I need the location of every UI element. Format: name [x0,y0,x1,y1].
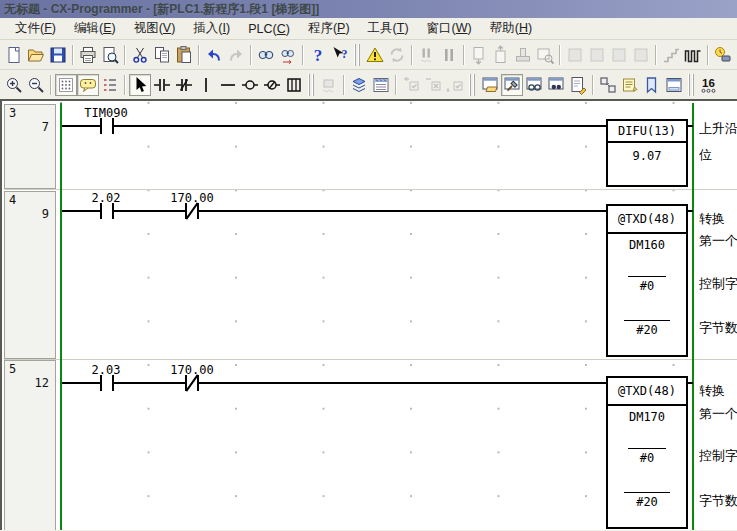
toolbar-grip[interactable] [469,74,476,96]
rung-list-icon[interactable] [99,74,121,96]
menu-i[interactable]: 插入(I) [184,18,239,39]
help-icon[interactable]: ? [307,44,329,66]
select-mode-icon[interactable] [129,74,151,96]
comment-note-icon[interactable] [619,74,641,96]
operand: 9.07 [608,149,686,163]
rung-header[interactable]: 3 7 [4,104,56,189]
print-icon[interactable] [77,44,99,66]
rung-comment-icon[interactable] [77,74,99,96]
grid-toggle-icon[interactable] [55,74,77,96]
toolbar-grip[interactable] [308,74,315,96]
differentiate-icon [318,74,340,96]
toolbar-grip[interactable] [354,44,361,66]
16-bit-display-icon[interactable]: 16 [698,74,720,96]
context-help-icon[interactable]: ? [329,44,351,66]
time-chart-icon[interactable] [682,44,704,66]
replace-icon[interactable] [277,44,299,66]
rung-comment: 转换 [699,383,737,399]
contact-nc[interactable] [185,375,199,391]
paste-icon[interactable] [173,44,195,66]
window-address-icon[interactable] [545,74,567,96]
rung-comment: 控制字 [699,276,737,292]
rung-comment: 字节数 [699,320,737,336]
menu-w[interactable]: 窗口(W) [418,18,481,39]
rung-wire [62,125,606,127]
rung-comment: 第一个 [699,406,737,422]
rung-step: 12 [35,376,49,390]
window-properties-icon[interactable] [567,74,589,96]
cx-programmer-window: 无标题 - CX-Programmer - [新PLC1.新程序1.段1 [梯形… [0,0,737,531]
toolbar-separator [343,75,345,95]
rung-step: 7 [42,120,49,134]
menu-e[interactable]: 编辑(E) [65,18,125,39]
instruction-block[interactable]: @TXD(48) DM170 #0 #20 [606,376,688,529]
new-icon[interactable] [3,44,25,66]
dialog-view-icon[interactable] [663,74,685,96]
rung-number: 4 [9,193,16,207]
window-watch-icon[interactable] [523,74,545,96]
toolbar-separator [124,45,126,65]
rung-header[interactable]: 5 12 [4,360,56,530]
rung-number: 5 [9,362,16,376]
menu-v[interactable]: 视图(V) [125,18,185,39]
zoom-out-icon[interactable] [25,74,47,96]
instruction-block[interactable]: @TXD(48) DM160 #0 #20 [606,204,688,357]
window-project-icon[interactable] [479,74,501,96]
save-icon[interactable] [47,44,69,66]
vertical-line-icon[interactable] [195,74,217,96]
copy-icon[interactable] [151,44,173,66]
toolbar-separator [463,45,465,65]
contact-no[interactable] [100,375,114,391]
plc-settings-icon [608,44,630,66]
contact-no-icon[interactable] [151,74,173,96]
svg-text:?: ? [342,47,348,61]
rung-wire [62,382,606,384]
contact-no[interactable] [100,118,114,134]
cut-icon[interactable] [129,44,151,66]
rung-comment: 控制字 [699,448,737,464]
menu-t[interactable]: 工具(T) [359,18,418,39]
symbol-table-icon[interactable] [370,74,392,96]
pause-monitor-icon [438,44,460,66]
bookmark-icon[interactable] [641,74,663,96]
operand: #20 [608,492,686,509]
menu-c[interactable]: PLC(C) [239,20,299,38]
set-value-icon [444,74,466,96]
window-output-icon[interactable] [501,74,523,96]
contact-no[interactable] [100,203,114,219]
zoom-in-icon[interactable] [3,74,25,96]
menu-f[interactable]: 文件(F) [6,18,65,39]
instruction-block-icon[interactable] [283,74,305,96]
coil-icon[interactable] [239,74,261,96]
toolbar-separator [72,45,74,65]
horizontal-line-icon[interactable] [217,74,239,96]
menu-h[interactable]: 帮助(H) [481,18,541,39]
rung-header[interactable]: 4 9 [4,191,56,359]
toolbar-separator [198,45,200,65]
contact-nc[interactable] [185,203,199,219]
undo-icon[interactable] [203,44,225,66]
contact-nc-icon[interactable] [173,74,195,96]
toolbar-separator [50,75,52,95]
right-bus-bar [692,103,694,530]
find-icon[interactable] [255,44,277,66]
print-preview-icon[interactable] [99,44,121,66]
instruction-block[interactable]: DIFU(13) 9.07 [606,119,688,187]
compile-icon[interactable] [364,44,386,66]
closed-coil-icon[interactable] [261,74,283,96]
ladder-diagram-view[interactable]: 3 7 TIM090 DIFU(13) 9.07 上升沿 位 4 9 2.02 … [0,99,737,530]
toolbar-grip[interactable] [688,74,695,96]
cross-reference-icon[interactable] [597,74,619,96]
toolbar-separator [707,45,709,65]
rung-wire [688,210,693,212]
open-icon[interactable] [25,44,47,66]
left-bus-bar [60,103,62,530]
rung-comment: 第一个 [699,233,737,249]
toolbar-separator [411,45,413,65]
menu-p[interactable]: 程序(P) [299,18,359,39]
operand: #20 [608,320,686,337]
menu-bar: 文件(F)编辑(E)视图(V)插入(I)PLC(C)程序(P)工具(T)窗口(W… [0,18,737,40]
program-section-icon[interactable] [348,74,370,96]
plc-clock-icon[interactable] [712,44,734,66]
monitor-icon [416,44,438,66]
